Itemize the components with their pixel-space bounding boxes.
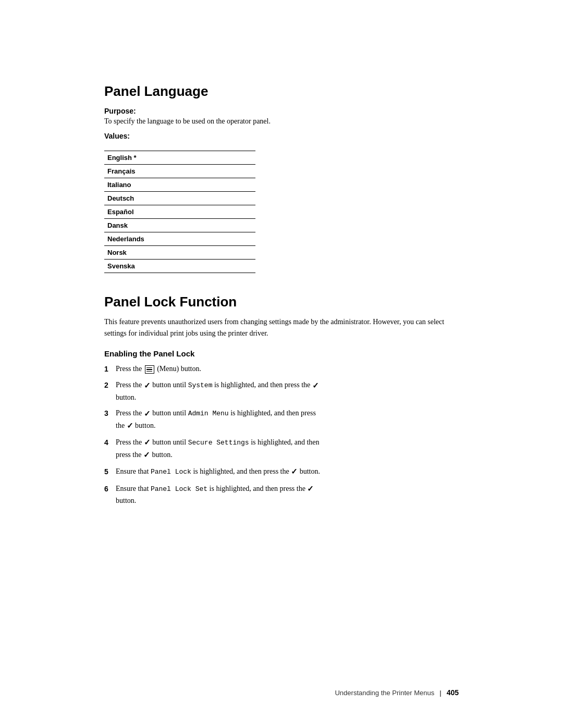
language-item: Français [104, 165, 255, 178]
language-row: Français [104, 165, 255, 178]
language-row: Italiano [104, 178, 255, 192]
language-row: Dansk [104, 219, 255, 232]
step-item: 6Ensure that Panel Lock Set is highlight… [104, 483, 459, 507]
check-icon: ✓ [291, 466, 298, 478]
language-item: Italiano [104, 178, 255, 192]
language-item: Deutsch [104, 192, 255, 205]
step-item: 5Ensure that Panel Lock is highlighted, … [104, 466, 459, 478]
check-icon: ✓ [144, 380, 151, 392]
check-icon: ✓ [143, 449, 150, 461]
check-icon: ✓ [307, 483, 314, 495]
step-text: Press the ✓ button until Admin Menu is h… [116, 409, 316, 429]
intro-text: This feature prevents unauthorized users… [104, 316, 459, 339]
step-number: 2 [104, 379, 116, 391]
steps-list: 1Press the (Menu) button.2Press the ✓ bu… [104, 363, 459, 506]
section-panel-language: Panel Language Purpose: To specify the l… [104, 83, 459, 273]
step-content: Press the (Menu) button. [116, 363, 459, 375]
language-item: Español [104, 205, 255, 219]
language-item: Norsk [104, 246, 255, 260]
purpose-label: Purpose: [104, 107, 459, 115]
menu-icon [145, 365, 154, 374]
language-item: English * [104, 151, 255, 165]
language-row: Español [104, 205, 255, 219]
language-table: English *FrançaisItalianoDeutschEspañolD… [104, 151, 255, 273]
check-icon: ✓ [312, 380, 319, 392]
subsection-title: Enabling the Panel Lock [104, 349, 459, 358]
step-text: Ensure that Panel Lock is highlighted, a… [116, 467, 320, 475]
language-row: Deutsch [104, 192, 255, 205]
language-row: Nederlands [104, 232, 255, 246]
step-number: 3 [104, 408, 116, 419]
language-item: Nederlands [104, 232, 255, 246]
footer-text: Understanding the Printer Menus [335, 689, 434, 697]
page-container: Panel Language Purpose: To specify the l… [0, 0, 563, 728]
values-label: Values: [104, 132, 459, 140]
footer-page: 405 [447, 688, 459, 697]
step-content: Ensure that Panel Lock is highlighted, a… [116, 466, 459, 478]
purpose-text: To specify the language to be used on th… [104, 117, 459, 126]
step-text: Press the ✓ button until System is highl… [116, 381, 319, 401]
language-row: Svenska [104, 260, 255, 273]
step-text: Press the ✓ button until Secure Settings… [116, 438, 320, 458]
check-icon: ✓ [127, 420, 133, 432]
check-icon: ✓ [144, 437, 151, 449]
step-number: 4 [104, 437, 116, 448]
step-number: 5 [104, 466, 116, 477]
step-item: 2Press the ✓ button until System is high… [104, 379, 459, 403]
language-row: Norsk [104, 246, 255, 260]
footer: Understanding the Printer Menus | 405 [0, 688, 563, 697]
language-row: English * [104, 151, 255, 165]
section-panel-lock: Panel Lock Function This feature prevent… [104, 294, 459, 507]
language-item: Svenska [104, 260, 255, 273]
step-item: 3Press the ✓ button until Admin Menu is … [104, 408, 459, 432]
step-content: Press the ✓ button until System is highl… [116, 379, 459, 403]
step-content: Ensure that Panel Lock Set is highlighte… [116, 483, 459, 507]
step-number: 6 [104, 483, 116, 495]
footer-divider: | [439, 689, 441, 697]
step-item: 4Press the ✓ button until Secure Setting… [104, 437, 459, 461]
step-number: 1 [104, 363, 116, 375]
section2-title: Panel Lock Function [104, 294, 459, 310]
step-item: 1Press the (Menu) button. [104, 363, 459, 375]
language-item: Dansk [104, 219, 255, 232]
step-content: Press the ✓ button until Admin Menu is h… [116, 408, 459, 432]
step-content: Press the ✓ button until Secure Settings… [116, 437, 459, 461]
step-text: (Menu) button. [157, 365, 201, 373]
step-text: Ensure that Panel Lock Set is highlighte… [116, 485, 314, 504]
section1-title: Panel Language [104, 83, 459, 100]
check-icon: ✓ [144, 408, 151, 420]
